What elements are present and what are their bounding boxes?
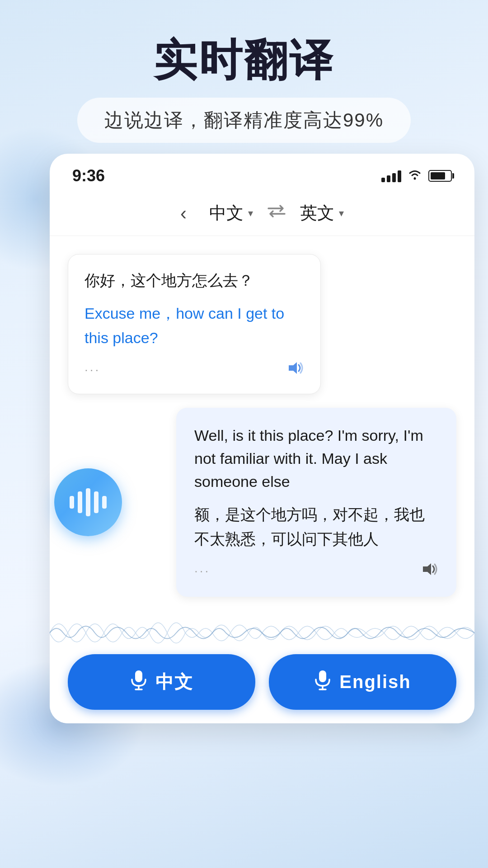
source-language-selector[interactable]: 中文 ▾ (209, 202, 253, 225)
status-icons (381, 168, 452, 184)
right-bubble-footer: ··· (194, 561, 438, 580)
right-bubble-dots: ··· (194, 564, 210, 578)
left-bubble-translated: Excuse me，how can I get to this place? (84, 301, 304, 350)
source-lang-label: 中文 (209, 202, 244, 225)
english-btn-label: English (339, 672, 411, 692)
svg-point-0 (414, 177, 416, 179)
bottom-input-area: 中文 English (50, 606, 474, 723)
waveform-area (50, 606, 474, 660)
target-lang-arrow: ▾ (339, 208, 344, 219)
phone-card: 9:36 ‹ 中文 (50, 154, 474, 723)
svg-rect-6 (319, 670, 326, 682)
chinese-lang-button[interactable]: 中文 (68, 654, 255, 710)
svg-marker-2 (423, 563, 431, 575)
signal-icon (381, 170, 401, 182)
subtitle-box: 边说边译，翻译精准度高达99% (77, 98, 411, 143)
source-lang-arrow: ▾ (248, 208, 253, 219)
status-bar: 9:36 (50, 154, 474, 193)
back-button[interactable]: ‹ (180, 203, 187, 224)
left-bubble: 你好，这个地方怎么去？ Excuse me，how can I get to t… (68, 254, 321, 394)
voice-button[interactable] (54, 468, 122, 536)
right-speaker-button[interactable] (421, 561, 438, 580)
left-bubble-original: 你好，这个地方怎么去？ (84, 269, 304, 292)
english-lang-button[interactable]: English (269, 654, 456, 710)
target-lang-label: 英文 (300, 202, 334, 225)
left-bubble-footer: ··· (84, 360, 304, 379)
right-bubble: Well, is it this place? I'm sorry, I'm n… (176, 408, 456, 597)
chinese-btn-label: 中文 (155, 670, 193, 694)
swap-languages-button[interactable] (267, 203, 286, 223)
right-bubble-wrapper: Well, is it this place? I'm sorry, I'm n… (68, 408, 456, 597)
svg-marker-1 (289, 362, 297, 374)
bottom-buttons: 中文 English (68, 654, 456, 710)
wifi-icon (408, 168, 422, 184)
status-time: 9:36 (72, 166, 105, 185)
voice-waves (70, 488, 107, 516)
chinese-mic-icon (130, 670, 147, 694)
subtitle-text: 边说边译，翻译精准度高达99% (104, 109, 384, 131)
main-title: 实时翻译 (0, 36, 488, 84)
messages-area: 你好，这个地方怎么去？ Excuse me，how can I get to t… (50, 236, 474, 606)
left-speaker-button[interactable] (287, 360, 304, 379)
right-bubble-translated: 额，是这个地方吗，对不起，我也不太熟悉，可以问下其他人 (194, 502, 438, 552)
right-bubble-original: Well, is it this place? I'm sorry, I'm n… (194, 424, 438, 493)
language-bar: ‹ 中文 ▾ 英文 ▾ (50, 193, 474, 236)
svg-rect-3 (135, 670, 142, 682)
english-mic-icon (314, 670, 331, 694)
target-language-selector[interactable]: 英文 ▾ (300, 202, 344, 225)
left-bubble-dots: ··· (84, 363, 100, 377)
battery-icon (428, 170, 452, 182)
